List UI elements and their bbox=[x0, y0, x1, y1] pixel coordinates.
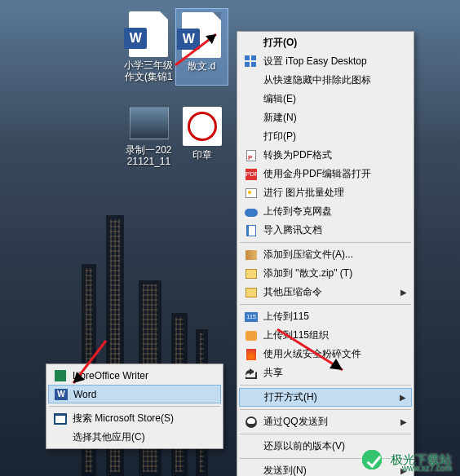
file-label: 散文.d bbox=[188, 60, 215, 72]
115-icon: 115 bbox=[245, 312, 258, 322]
chevron-right-icon: ▶ bbox=[400, 417, 407, 426]
menu-edit[interactable]: 编辑(E) bbox=[239, 90, 412, 108]
libreoffice-icon bbox=[55, 370, 66, 381]
desktop-file-video[interactable]: 录制一20221121_11 bbox=[122, 104, 175, 170]
watermark-url: www.xz7.com bbox=[402, 464, 452, 473]
zip-icon bbox=[245, 269, 257, 279]
submenu-choose-other[interactable]: 选择其他应用(C) bbox=[48, 428, 221, 447]
menu-open-with[interactable]: 打开方式(H) ▶ bbox=[239, 388, 412, 407]
submenu-search-store[interactable]: 搜索 Microsoft Store(S) bbox=[48, 409, 221, 428]
desktop-file-word-1[interactable]: W 小学三年级作文(集锦1 bbox=[122, 8, 175, 86]
115-org-icon bbox=[245, 331, 257, 341]
stamp-icon bbox=[183, 107, 222, 146]
word-icon: W bbox=[124, 28, 147, 49]
docs-icon bbox=[246, 225, 256, 236]
pdf-icon bbox=[246, 150, 256, 161]
open-with-submenu: LibreOffice Writer W Word 搜索 Microsoft S… bbox=[46, 364, 223, 449]
archive-icon bbox=[245, 250, 257, 260]
fire-icon bbox=[246, 349, 256, 360]
menu-upload-kuake[interactable]: 上传到夸克网盘 bbox=[239, 202, 412, 221]
menu-huorong-shred[interactable]: 使用火绒安全粉碎文件 bbox=[239, 345, 412, 364]
chevron-right-icon: ▶ bbox=[400, 393, 406, 402]
menu-separator bbox=[49, 406, 220, 407]
menu-separator bbox=[240, 409, 411, 410]
word-icon: W bbox=[177, 29, 200, 50]
menu-upload-115-org[interactable]: 上传到115组织 bbox=[239, 326, 412, 345]
menu-separator bbox=[240, 385, 411, 386]
watermark: 极光下载站 www.xz7.com bbox=[358, 448, 452, 471]
file-label: 印章 bbox=[192, 149, 212, 161]
context-menu: 打开(O) 设置 iTop Easy Desktop 从快速隐藏中排除此图标 编… bbox=[237, 31, 414, 476]
desktop-file-word-2-selected[interactable]: W 散文.d bbox=[175, 8, 228, 86]
desktop-file-stamp[interactable]: 印章 bbox=[175, 104, 228, 170]
menu-convert-pdf[interactable]: 转换为PDF格式 bbox=[239, 146, 412, 165]
menu-other-compress[interactable]: 其他压缩命令 ▶ bbox=[239, 283, 412, 302]
video-thumb-icon bbox=[130, 107, 169, 139]
chevron-right-icon: ▶ bbox=[400, 288, 407, 297]
watermark-logo-icon bbox=[358, 448, 386, 471]
menu-upload-115[interactable]: 115 上传到115 bbox=[239, 307, 412, 326]
menu-batch-image[interactable]: 进行 图片批量处理 bbox=[239, 183, 412, 202]
menu-qq-send[interactable]: 通过QQ发送到 ▶ bbox=[239, 412, 412, 431]
submenu-word[interactable]: W Word bbox=[48, 385, 221, 403]
menu-tencent-docs[interactable]: 导入腾讯文档 bbox=[239, 221, 412, 240]
menu-exclude-quickhide[interactable]: 从快速隐藏中排除此图标 bbox=[239, 71, 412, 90]
menu-add-archive[interactable]: 添加到压缩文件(A)... bbox=[239, 245, 412, 264]
zip-icon bbox=[245, 288, 257, 298]
menu-open[interactable]: 打开(O) bbox=[239, 33, 412, 52]
menu-add-named-zip[interactable]: 添加到 "散文.zip" (T) bbox=[239, 264, 412, 283]
menu-jinzhou-pdf[interactable]: PDF 使用金舟PDF编辑器打开 bbox=[239, 165, 412, 183]
menu-share[interactable]: 共享 bbox=[239, 364, 412, 382]
share-icon bbox=[244, 367, 259, 380]
file-label: 录制一20221121_11 bbox=[124, 144, 174, 167]
submenu-libreoffice[interactable]: LibreOffice Writer bbox=[48, 366, 221, 385]
menu-print[interactable]: 打印(P) bbox=[239, 127, 412, 146]
grid-icon bbox=[245, 55, 258, 68]
menu-separator bbox=[240, 304, 411, 305]
qq-icon bbox=[245, 416, 257, 428]
menu-new[interactable]: 新建(N) bbox=[239, 108, 412, 127]
menu-itop-desktop[interactable]: 设置 iTop Easy Desktop bbox=[239, 52, 412, 71]
word-icon: W bbox=[55, 389, 68, 400]
image-icon bbox=[245, 188, 257, 198]
cloud-icon bbox=[245, 209, 258, 217]
menu-separator bbox=[240, 434, 411, 434]
file-label: 小学三年级作文(集锦1 bbox=[124, 60, 174, 82]
pdf-editor-icon: PDF bbox=[245, 169, 257, 180]
ms-store-icon bbox=[54, 413, 67, 425]
desktop-area: W 小学三年级作文(集锦1 W 散文.d 录制一20221121_11 印章 bbox=[0, 0, 228, 170]
menu-separator bbox=[240, 242, 411, 243]
